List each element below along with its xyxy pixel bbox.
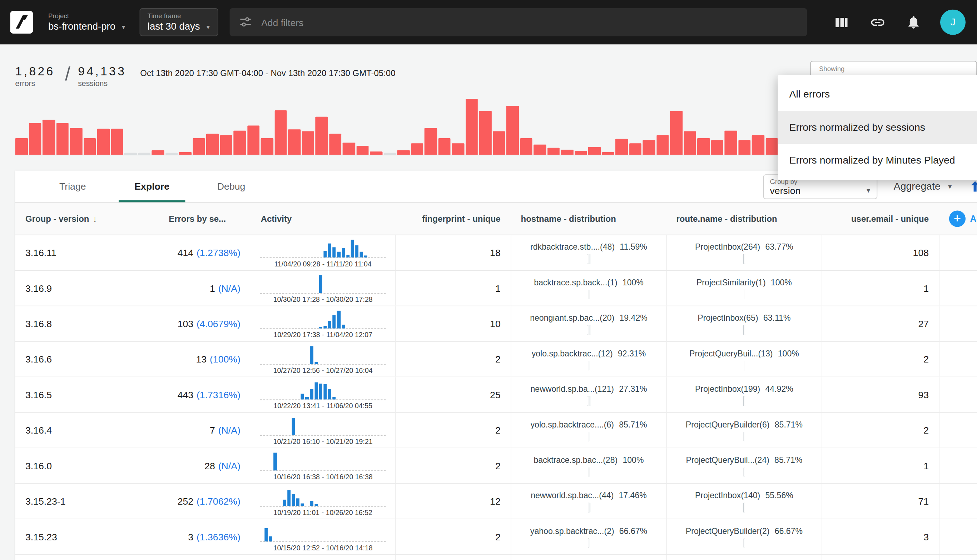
errors-count: 1,826 (15, 64, 55, 78)
activity-sparkline (260, 309, 386, 329)
activity-sparkline (260, 344, 386, 365)
route-name-distribution-cell-bar (743, 254, 745, 263)
error-histogram-bar (302, 132, 314, 155)
error-histogram-bar (670, 111, 683, 155)
sparkline-bar (265, 528, 268, 542)
errors-by-session-cell: 252(1.7062%) (159, 496, 251, 507)
aggregate-button[interactable]: Aggregate ▾ (894, 181, 952, 192)
hostname-distribution-cell-percent: 17.46% (619, 490, 647, 500)
user-avatar[interactable]: J (940, 10, 965, 35)
column-header-fingerprint-unique[interactable]: fingerprint - unique (395, 214, 511, 223)
distribution-segment (589, 467, 589, 477)
group-version-cell: 3.16.6 (15, 354, 159, 365)
route-name-distribution-cell-name: ProjectQueryBuilder(6) (686, 419, 770, 429)
column-header-activity[interactable]: Activity (251, 214, 395, 223)
route-name-distribution-cell-bar (743, 502, 745, 512)
menu-item-errors-normalized-by-minutes-played[interactable]: Errors normalized by Minutes Played (778, 144, 977, 177)
timeframe-select[interactable]: Time frame last 30 days▾ (139, 8, 218, 36)
errors-by-session-cell: 3(1.3636%) (159, 532, 251, 542)
sparkline-bar (323, 326, 327, 328)
table-row[interactable]: 3.16.11414(1.2738%)11/04/20 09:28 - 11/1… (15, 235, 977, 271)
menu-item-all-errors[interactable]: All errors (778, 78, 977, 111)
tab-triage[interactable]: Triage (33, 171, 112, 202)
error-histogram-bar (588, 147, 601, 155)
table-row[interactable]: 3.16.613(100%)10/27/20 12:56 - 10/27/20 … (15, 342, 977, 377)
sparkline-bar (306, 397, 309, 399)
error-histogram-bar (575, 151, 587, 155)
column-header-route-name-distribution[interactable]: route.name - distribution (666, 214, 822, 223)
sparkline-bar (360, 252, 363, 258)
filters-bar[interactable] (229, 8, 807, 36)
errors-count-value: 252 (178, 496, 193, 507)
hostname-distribution-cell-percent: 66.67% (619, 526, 647, 536)
link-icon[interactable] (870, 14, 885, 30)
fingerprint-unique-cell: 25 (395, 377, 511, 412)
errors-count-value: 7 (210, 425, 215, 435)
column-header-hostname-distribution[interactable]: hostname - distribution (511, 214, 666, 223)
errors-percent-value: (N/A) (218, 425, 240, 435)
table-row[interactable]: 3.16.8103(4.0679%)10/29/20 17:38 - 11/04… (15, 306, 977, 342)
sparkline-bar (319, 327, 322, 328)
table-row[interactable]: 3.16.91(N/A)10/30/20 17:28 - 10/30/20 17… (15, 271, 977, 306)
add-column-cell (939, 342, 977, 377)
error-histogram-bar (534, 145, 546, 155)
column-header-errors-by-session[interactable]: Errors by se... (159, 214, 251, 223)
distribution-segment (744, 467, 745, 477)
activity-cell: 10/22/20 13:41 - 11/06/20 04:55 (251, 377, 395, 412)
column-header-user-email-unique[interactable]: user.email - unique (822, 214, 939, 223)
table-row[interactable]: 3.15.23-1252(1.7062%)10/19/20 11:01 - 10… (15, 484, 977, 519)
table-row[interactable]: 3.15.221backtrace.sp.back...(1)100%Proje… (15, 555, 977, 560)
route-name-distribution-cell-name: ProjectQueryBuil...(24) (686, 455, 769, 465)
hostname-distribution-cell-name: newworld.sp.bac...(44) (531, 490, 614, 500)
project-select[interactable]: Project bs-frontend-pro▾ (48, 12, 125, 32)
sparkline-bar (355, 245, 358, 258)
arrow-up-icon[interactable] (968, 179, 977, 193)
sparkline-bar (342, 325, 345, 328)
errors-percent-value: (100%) (210, 354, 240, 365)
fingerprint-unique-cell: 2 (395, 519, 511, 554)
sparkline-bar (319, 383, 322, 399)
errors-percent-value: (1.7316%) (197, 389, 240, 400)
column-header-group-version[interactable]: Group - version↓ (15, 214, 159, 223)
add-column-cell (939, 377, 977, 412)
activity-sparkline (260, 522, 386, 542)
table-row[interactable]: 3.16.5443(1.7316%)10/22/20 13:41 - 11/06… (15, 377, 977, 412)
route-name-distribution-cell-bar (744, 432, 745, 441)
group-by-value: version (770, 185, 801, 195)
error-histogram-bar (83, 138, 96, 155)
table-row[interactable]: 3.16.47(N/A)10/21/20 16:10 - 10/21/20 19… (15, 413, 977, 448)
activity-date-range: 10/30/20 17:28 - 10/30/20 17:28 (273, 295, 373, 303)
errors-percent-value: (1.2738%) (197, 247, 240, 258)
error-histogram-bar (179, 152, 192, 155)
user-email-unique-cell: 2 (822, 413, 939, 448)
route-name-distribution-cell-percent: 85.71% (774, 455, 802, 465)
error-histogram-bar (697, 138, 710, 155)
sparkline-bar (337, 252, 340, 258)
error-histogram-bar (465, 99, 478, 155)
activity-date-range: 10/22/20 13:41 - 11/06/20 04:55 (273, 402, 372, 410)
add-column-button[interactable]: + Ad (939, 210, 977, 227)
error-histogram-bar (452, 143, 464, 155)
sparkline-bar (328, 321, 331, 328)
error-histogram-bar (97, 128, 110, 155)
tab-explore[interactable]: Explore (112, 171, 192, 202)
add-filters-input[interactable] (260, 16, 798, 28)
route-name-distribution-cell-line: ProjectInbox(65)63.11% (698, 313, 790, 322)
table-row[interactable]: 3.16.028(N/A)10/16/20 16:38 - 10/16/20 1… (15, 448, 977, 483)
menu-item-errors-normalized-by-sessions[interactable]: Errors normalized by sessions (778, 111, 977, 144)
activity-sparkline (260, 451, 386, 471)
tab-debug[interactable]: Debug (192, 171, 271, 202)
bell-icon[interactable] (906, 15, 921, 30)
dashboard-columns-icon[interactable] (834, 14, 849, 30)
route-name-distribution-cell-name: ProjectInbox(65) (698, 313, 758, 322)
error-histogram-bar (711, 140, 723, 155)
activity-date-range: 10/29/20 17:38 - 11/04/20 12:07 (273, 331, 372, 338)
hostname-distribution-cell-bar (587, 502, 590, 512)
error-histogram-bar (288, 129, 301, 155)
error-histogram-bar (70, 128, 82, 155)
errors-percent-value: (N/A) (218, 283, 240, 293)
route-name-distribution-cell-name: ProjectSimilarity(1) (696, 278, 766, 287)
table-row[interactable]: 3.15.233(1.3636%)10/15/20 12:52 - 10/16/… (15, 519, 977, 555)
distribution-segment (744, 432, 745, 441)
sparkline-bar (333, 397, 336, 399)
